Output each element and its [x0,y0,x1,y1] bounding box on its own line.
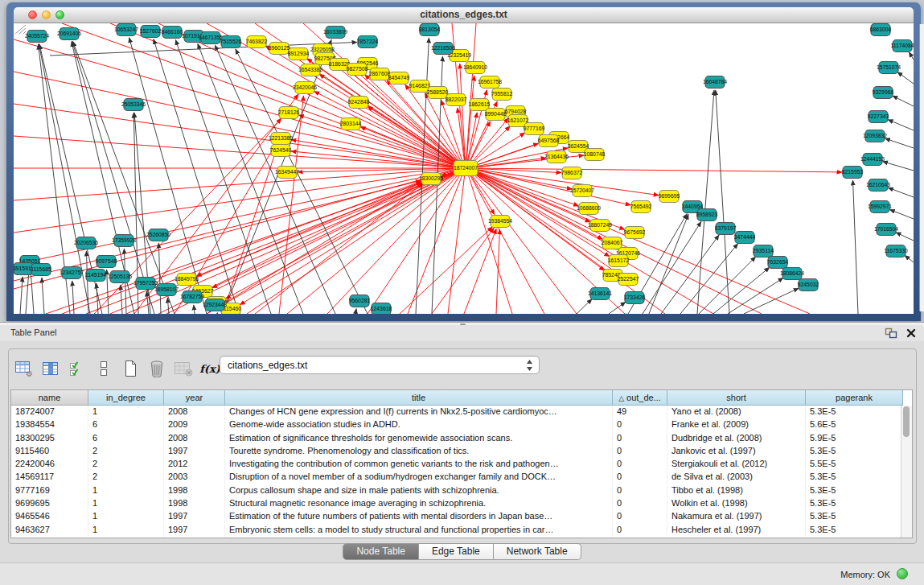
network-canvas[interactable]: 7463822896012589129342322605898275058186… [14,23,914,314]
graph-node[interactable]: 18086424 [780,268,804,280]
graph-node[interactable]: 18807249 [588,220,612,232]
graph-node[interactable]: 12213389 [269,133,293,145]
graph-node[interactable]: 2522547 [618,274,639,286]
graph-node[interactable]: 6497568 [538,135,560,147]
citation-edge-black[interactable] [355,309,356,314]
graph-node[interactable]: 24055724 [25,31,49,43]
citation-edge-red[interactable] [432,228,494,314]
graph-node[interactable]: 7515526 [220,36,242,48]
citation-edge-red[interactable] [175,146,275,314]
column-header-title[interactable]: title [225,390,613,406]
table-row[interactable]: 946554611997Estimation of the future num… [11,510,912,523]
citation-edge-black[interactable] [909,52,914,60]
graph-node[interactable]: 15992971 [868,201,892,213]
citation-edge-black[interactable] [716,90,729,314]
citation-edge-black[interactable] [129,38,207,314]
graph-node[interactable]: 8466160 [162,27,183,39]
table-row[interactable]: 2242004622012Investigating the contribut… [11,458,912,471]
graph-node[interactable]: 7986372 [561,167,583,179]
column-header-out_de[interactable]: △out_de... [613,390,667,406]
citation-edge-black[interactable] [744,288,799,314]
select-columns-button[interactable] [65,356,89,381]
citation-edge-black[interactable] [167,298,169,314]
citation-edge-red[interactable] [471,117,509,163]
citation-edge-black[interactable] [649,214,688,314]
graph-node[interactable]: 20691406 [57,28,81,40]
graph-node[interactable]: 1243618 [371,303,392,315]
graph-node[interactable]: 8822037 [446,94,467,106]
scrollbar-thumb[interactable] [903,406,910,437]
graph-node[interactable]: 20206536 [74,237,98,249]
row-height-button[interactable] [92,356,116,381]
table-row[interactable]: 977716911998Corpus callosum shape and si… [11,484,912,497]
graph-node[interactable]: 16349447 [275,167,299,179]
citation-edge-red[interactable] [287,172,459,314]
create-table-button[interactable] [118,356,142,381]
citation-edge-black[interactable] [699,257,756,314]
column-header-name[interactable]: name [11,390,88,406]
graph-node[interactable]: 9242848 [348,97,370,109]
table-row[interactable]: 1456911722003Disruption of a novel membe… [11,471,912,484]
graph-node[interactable]: 15751074 [877,62,901,74]
graph-node[interactable]: 9699695 [659,191,680,203]
graph-node[interactable]: 1733426 [624,292,646,304]
table-row[interactable]: 969969511998Structural magnetic resonanc… [11,497,912,510]
graph-node[interactable]: 25260850 [146,229,170,241]
graph-node[interactable]: 12505135 [108,271,132,283]
citation-edge-red[interactable] [255,183,423,314]
delete-entries-button[interactable] [145,356,169,381]
citation-edge-black[interactable] [885,138,914,148]
graph-node[interactable]: 2084067 [602,237,623,249]
graph-node[interactable]: 8958923 [696,209,718,221]
graph-node[interactable]: 18724007 [454,161,478,176]
graph-node[interactable]: 16210643 [866,179,890,192]
citation-edge-black[interactable] [888,187,914,197]
graph-node[interactable]: 3474444 [734,232,756,244]
graph-node[interactable]: 7955812 [491,89,513,101]
graph-node[interactable]: 16958107 [154,284,179,296]
graph-node[interactable]: 7463822 [246,36,268,48]
citation-edge-red[interactable] [134,94,298,314]
graph-node[interactable]: 8215953 [842,167,864,179]
graph-node[interactable]: 9675692 [624,227,646,239]
citation-edge-black[interactable] [72,281,74,314]
tab-network-table[interactable]: Network Table [494,543,581,560]
citation-edge-red[interactable] [400,227,492,314]
canvas-resize-grip-icon[interactable] [14,23,27,35]
graph-node[interactable]: 19384554 [488,216,512,228]
graph-node[interactable]: 1145194 [85,270,106,282]
graph-node[interactable]: 2867608 [369,68,391,80]
graph-node[interactable]: 9560281 [349,295,371,307]
graph-node[interactable]: 9827508 [347,64,368,76]
table-vertical-scrollbar[interactable] [901,406,912,538]
graph-node[interactable]: 18300295 [419,173,443,185]
graph-node[interactable]: 12923448 [203,299,227,311]
citation-edge-black[interactable] [905,255,914,262]
citation-edge-black[interactable] [883,162,914,171]
graph-node[interactable]: 10688609 [577,203,601,215]
table-settings-button[interactable]: ⚙ [12,356,36,381]
citation-edge-red[interactable] [441,100,463,162]
citation-edge-black[interactable] [20,277,23,314]
citation-edge-black[interactable] [853,180,858,314]
citation-edge-black[interactable] [577,299,592,314]
citation-edge-red[interactable] [279,96,304,314]
graph-node[interactable]: 18640910 [463,62,487,74]
graph-node[interactable]: 1115685 [31,264,51,276]
citation-edge-black[interactable] [893,96,914,106]
citation-edge-black[interactable] [889,209,914,219]
graph-node[interactable]: 9329966 [873,87,894,99]
memory-ok-indicator[interactable] [897,568,908,579]
graph-node[interactable]: 7857224 [357,36,379,48]
citation-edge-red[interactable] [207,23,458,165]
graph-node[interactable]: 8912934 [288,48,310,60]
column-chooser-button[interactable] [39,356,63,381]
table-selector-dropdown[interactable]: citations_edges.txt [220,356,540,374]
column-header-year[interactable]: year [164,390,225,406]
graph-node[interactable]: 17359928 [112,235,136,247]
graph-node[interactable]: 1615172 [608,255,630,267]
function-builder-button[interactable]: f(x) [198,356,222,381]
tab-edge-table[interactable]: Edge Table [419,543,494,560]
citation-edge-red[interactable] [240,171,458,305]
network-window-titlebar[interactable]: citations_edges.txt [14,7,914,23]
